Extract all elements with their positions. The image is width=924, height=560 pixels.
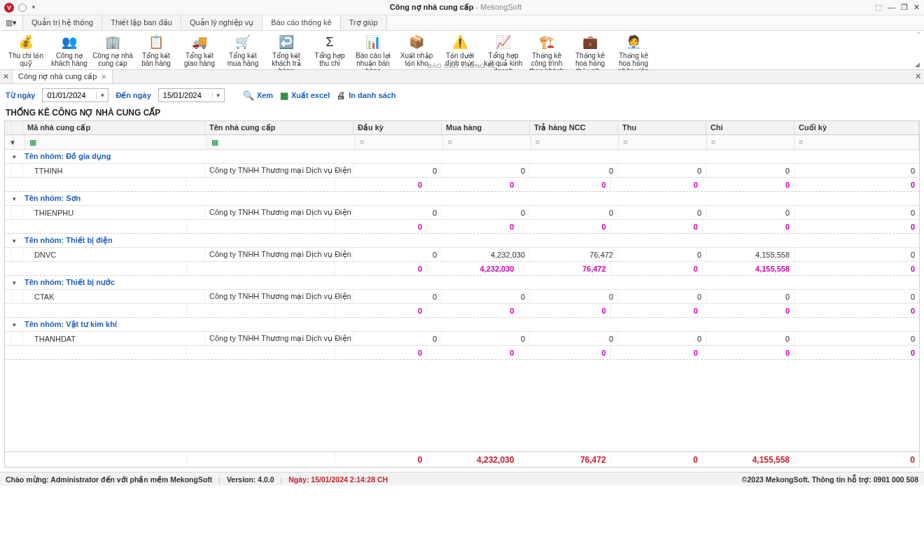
title-bar: V ▼ Công nợ nhà cung cấp - MekongSoft ⬚ … [0, 0, 924, 15]
menu-tab[interactable]: Thiết lập ban đầu [102, 15, 181, 30]
group-subtotal-row: 04,232,03076,47204,155,5580 [5, 262, 919, 276]
to-date-dropdown-icon[interactable]: ▼ [212, 92, 224, 99]
search-icon: 🔍 [243, 90, 254, 101]
close-tab-icon[interactable]: ✕ [101, 73, 106, 80]
to-date-field[interactable] [159, 91, 212, 99]
ribbon-icon: 🏢 [104, 34, 121, 50]
quick-access-menu[interactable]: ▼ [31, 4, 36, 10]
collapse-icon[interactable]: ▾ [5, 237, 23, 244]
ribbon-icon: 📈 [495, 34, 512, 50]
group-header-row[interactable]: ▾Tên nhóm: Sơn [5, 192, 919, 206]
data-row[interactable]: TTHINHCông ty TNHH Thương mại Dịch vụ Đi… [5, 164, 919, 178]
grid-header: Mã nhà cung cấp Tên nhà cung cấp Đầu kỳ … [5, 121, 919, 135]
data-row[interactable]: THANHDATCông ty TNHH Thương mại Dịch vụ … [5, 332, 919, 346]
col-header-thu[interactable]: Thu [618, 121, 706, 134]
maximize-button[interactable]: ❐ [901, 3, 908, 12]
group-subtotal-row: 000000 [5, 178, 919, 192]
help-icon[interactable]: ⬚ [875, 3, 882, 12]
ribbon-collapse-button[interactable]: ˆ [918, 32, 920, 40]
ribbon-icon: 💰 [18, 34, 34, 50]
ribbon-icon: 📋 [148, 34, 164, 50]
group-header-row[interactable]: ▾Tên nhóm: Đồ gia dụng [5, 150, 919, 164]
menu-tab[interactable]: Quản lý nghiệp vụ [181, 15, 262, 30]
collapse-icon[interactable]: ▾ [5, 321, 23, 328]
minimize-button[interactable]: — [888, 3, 895, 12]
collapse-icon[interactable]: ▾ [5, 195, 23, 202]
menu-tab[interactable]: Trợ giúp [341, 15, 387, 30]
ribbon-group-caption: BÁO CÁO THỐNG KÊ [428, 62, 496, 69]
excel-icon: ▦ [280, 90, 288, 101]
window-title: Công nợ nhà cung cấp - MekongSoft [36, 3, 875, 12]
to-date-label: Đến ngày [115, 91, 150, 100]
collapse-icon[interactable]: ▾ [5, 153, 23, 160]
close-all-tabs[interactable]: ✕ [0, 70, 13, 83]
menu-bar: ▥▾ Quản trị hệ thốngThiết lập ban đầuQuả… [0, 15, 924, 31]
excel-cell-icon[interactable]: ▦ [211, 138, 218, 147]
ribbon-icon: 👥 [61, 34, 78, 50]
ribbon: 💰Thu chi tồn quỹ👥Công nợ khách hàng🏢Công… [0, 31, 924, 70]
ribbon-icon: 🚚 [191, 34, 208, 50]
ribbon-icon: 📊 [365, 34, 382, 50]
grand-total-row: 0 4,232,030 76,472 0 4,155,558 0 [5, 451, 919, 467]
col-header-trahang[interactable]: Trả hàng NCC [530, 121, 618, 134]
col-header-muahang[interactable]: Mua hàng [442, 121, 530, 134]
doc-tab-active[interactable]: Công nợ nhà cung cấp ✕ [13, 70, 113, 83]
collapse-icon[interactable]: ▾ [5, 279, 23, 286]
from-date-label: Từ ngày [6, 91, 35, 100]
close-button[interactable]: ✕ [913, 3, 920, 12]
ribbon-icon: 🏗️ [538, 34, 555, 50]
group-subtotal-row: 000000 [5, 346, 919, 360]
status-bar: Chào mừng: Administrator đến với phần mề… [0, 472, 924, 486]
group-subtotal-row: 000000 [5, 304, 919, 318]
print-button[interactable]: 🖨In danh sách [337, 90, 396, 101]
col-header-name[interactable]: Tên nhà cung cấp [205, 121, 354, 134]
data-row[interactable]: THIENPHUCông ty TNHH Thương mại Dịch vụ … [5, 206, 919, 220]
document-tabs: ✕ Công nợ nhà cung cấp ✕ ✕ [0, 70, 924, 84]
col-header-dauky[interactable]: Đầu kỳ [354, 121, 442, 134]
filter-bar: Từ ngày ▼ Đến ngày ▼ 🔍Xem ▦Xuất excel 🖨I… [0, 84, 924, 106]
ribbon-icon: 🛒 [234, 34, 251, 50]
ribbon-expand-icon[interactable]: ◢ [915, 61, 920, 68]
grid-filter-row: ▼ ▦ ▦ = = = = = = [5, 135, 919, 150]
data-grid: Mã nhà cung cấp Tên nhà cung cấp Đầu kỳ … [4, 120, 920, 468]
from-date-field[interactable] [43, 91, 96, 99]
view-button[interactable]: 🔍Xem [243, 90, 273, 101]
print-icon: 🖨 [337, 90, 346, 101]
data-row[interactable]: CTAKCông ty TNHH Thương mại Dịch vụ Điện… [5, 290, 919, 304]
export-excel-button[interactable]: ▦Xuất excel [280, 90, 330, 101]
ribbon-icon: Σ [321, 34, 338, 50]
group-header-row[interactable]: ▾Tên nhóm: Vật tư kim khí [5, 318, 919, 332]
app-icon: V [4, 3, 14, 13]
ribbon-icon: 📦 [408, 34, 425, 50]
menu-tab[interactable]: Báo cáo thống kê [262, 15, 341, 30]
col-header-cuoiky[interactable]: Cuối kỳ [794, 121, 919, 134]
group-header-row[interactable]: ▾Tên nhóm: Thiết bị nước [5, 276, 919, 290]
status-copyright: ©2023 MekongSoft. Thông tin hỗ trợ: 0901… [742, 475, 918, 484]
data-row[interactable]: DNVCCông ty TNHH Thương mại Dịch vụ Điện… [5, 248, 919, 262]
quick-access-btn[interactable] [18, 4, 27, 12]
layout-switch[interactable]: ▥▾ [0, 15, 23, 30]
menu-tab[interactable]: Quản trị hệ thống [23, 15, 102, 30]
status-welcome: Chào mừng: Administrator đến với phần mề… [6, 475, 212, 484]
from-date-dropdown-icon[interactable]: ▼ [96, 92, 108, 99]
col-header-code[interactable]: Mã nhà cung cấp [23, 121, 205, 134]
ribbon-icon: 🧑‍💼 [625, 34, 642, 50]
group-subtotal-row: 000000 [5, 220, 919, 234]
ribbon-icon: ↩️ [278, 34, 295, 50]
report-title: THỐNG KÊ CÔNG NỢ NHÀ CUNG CẤP [0, 106, 924, 120]
close-panel-icon[interactable]: ✕ [915, 72, 921, 81]
ribbon-icon: ⚠️ [451, 34, 468, 50]
col-header-chi[interactable]: Chi [706, 121, 794, 134]
from-date-input[interactable]: ▼ [42, 88, 108, 102]
doc-tab-label: Công nợ nhà cung cấp [18, 72, 97, 81]
group-header-row[interactable]: ▾Tên nhóm: Thiết bị điện [5, 234, 919, 248]
status-version-label: Version: [227, 475, 258, 484]
excel-cell-icon[interactable]: ▦ [29, 138, 36, 147]
to-date-input[interactable]: ▼ [158, 88, 225, 102]
ribbon-icon: 💼 [582, 34, 598, 50]
